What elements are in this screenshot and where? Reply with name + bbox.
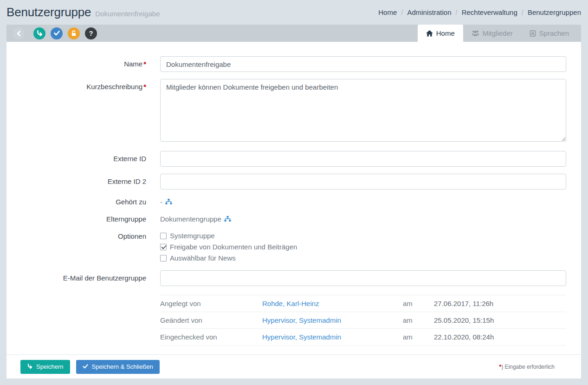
external-id-input[interactable] [160,151,566,167]
tab-sprachen[interactable]: Sprachen [521,25,577,42]
option-label[interactable]: Systemgruppe [170,232,215,240]
created-by-user-link[interactable]: Rohde, Karl-Heinz [262,300,403,307]
required-asterisk: * [143,83,146,91]
language-book-icon [530,30,536,37]
page-subtitle: Dokumentenfreigabe [95,10,160,18]
am-label: am [403,316,434,324]
sitemap-icon[interactable] [165,199,172,205]
group-form: Name* Kurzbeschreibung* Mitglieder könne… [6,42,581,354]
email-input[interactable] [160,270,566,286]
options-label: Optionen [6,232,160,262]
page-title: Benutzergruppe [6,5,91,20]
back-button[interactable] [13,27,25,39]
chevron-left-icon [17,31,21,36]
footer-bar: Speichern Speichern & Schließen *) Einga… [6,354,581,378]
save-toolbar-button[interactable] [33,27,45,39]
toolbar: ? [6,25,97,42]
content-panel: Name* Kurzbeschreibung* Mitglieder könne… [6,42,581,378]
created-date: 27.06.2017, 11:26h [434,300,566,307]
table-row-created: Angelegt von Rohde, Karl-Heinz am 27.06.… [160,295,566,312]
form-row-name: Name* [6,56,581,72]
tab-mitglieder[interactable]: Mitglieder [463,25,521,42]
save-and-close-button[interactable]: Speichern & Schließen [76,360,160,374]
option-news: Auswählbar für News [160,254,566,262]
breadcrumb-benutzergruppen[interactable]: Benutzergruppen [528,8,581,16]
save-button-label: Speichern [36,363,64,370]
am-label: am [403,333,434,341]
checkedin-by-label: Eingechecked von [160,333,262,341]
save-button[interactable]: Speichern [20,360,70,374]
breadcrumb-separator: / [455,8,457,16]
form-row-parent-group: Elterngruppe Dokumentengruppe [6,215,581,223]
breadcrumb-separator: / [401,8,403,16]
form-row-description: Kurzbeschreibung* Mitglieder können Doku… [6,79,581,144]
option-label[interactable]: Freigabe von Dokumenten und Beiträgen [170,243,297,251]
ok-toolbar-button[interactable] [51,27,63,39]
modified-by-user-link[interactable]: Hypervisor, Systemadmin [262,316,403,324]
option-freigabe: Freigabe von Dokumenten und Beiträgen [160,243,566,251]
breadcrumb: Home / Administration / Rechteverwaltung… [378,8,581,16]
form-row-external-id2: Externe ID 2 [6,174,581,189]
systemgruppe-checkbox[interactable] [160,233,167,239]
email-label: E-Mail der Benutzergruppe [6,270,160,286]
sitemap-icon[interactable] [224,216,231,222]
form-row-external-id: Externe ID [6,151,581,167]
home-icon [426,30,433,37]
tab-home[interactable]: Home [418,25,463,42]
check-icon [83,363,88,370]
table-row-modified: Geändert von Hypervisor, Systemadmin am … [160,312,566,328]
name-label: Name* [6,56,160,72]
news-checkbox[interactable] [160,255,167,261]
question-mark-icon: ? [89,30,93,37]
tab-label: Mitglieder [483,29,513,37]
created-by-label: Angelegt von [160,300,262,307]
table-row-checkedin: Eingechecked von Hypervisor, Systemadmin… [160,328,566,345]
am-label: am [403,300,434,307]
toolbar-strip: ? Home Mitglieder Sprachen [6,25,581,42]
breadcrumb-administration[interactable]: Administration [407,8,451,16]
freigabe-checkbox[interactable] [160,244,167,250]
checkout-lock-button[interactable] [68,27,80,39]
belongs-to-value: - [160,198,162,206]
checkedin-by-user-link[interactable]: Hypervisor, Systemadmin [262,333,403,341]
option-systemgruppe: Systemgruppe [160,232,566,240]
option-label[interactable]: Auswählbar für News [170,254,236,262]
external-id-label: Externe ID [6,151,160,167]
external-id2-input[interactable] [160,174,566,189]
breadcrumb-home[interactable]: Home [378,8,397,16]
breadcrumb-rechteverwaltung[interactable]: Rechteverwaltung [462,8,517,16]
parent-group-label: Elterngruppe [6,215,160,223]
modified-by-label: Geändert von [160,316,262,324]
save-arrow-icon [36,30,43,36]
page-header: Benutzergruppe Dokumentenfreigabe Home /… [0,0,588,25]
required-asterisk: * [143,60,146,68]
tab-label: Home [436,29,455,37]
name-input[interactable] [160,56,566,72]
checkedin-date: 22.10.2020, 08:24h [434,333,566,341]
belongs-to-label: Gehört zu [6,197,160,206]
parent-group-value: Dokumentengruppe [160,215,221,223]
save-and-close-button-label: Speichern & Schließen [92,363,153,370]
description-textarea[interactable]: Mitglieder können Dokumente freigeben un… [160,79,566,142]
unlock-padlock-icon [71,30,77,36]
required-note: *) Eingabe erforderlich [499,364,555,370]
form-row-options: Optionen Systemgruppe Freigabe von Dokum… [6,232,581,262]
form-row-email: E-Mail der Benutzergruppe [6,270,581,286]
meta-table: Angelegt von Rohde, Karl-Heinz am 27.06.… [160,295,566,346]
modified-date: 25.05.2020, 15:15h [434,316,566,324]
users-icon [472,30,479,36]
help-button[interactable]: ? [85,27,97,39]
breadcrumb-separator: / [522,8,523,16]
tab-label: Sprachen [539,29,569,37]
description-label: Kurzbeschreibung* [6,79,160,144]
save-arrow-icon [27,363,32,370]
tab-bar: Home Mitglieder Sprachen [418,25,581,42]
external-id2-label: Externe ID 2 [6,174,160,189]
form-row-belongs-to: Gehört zu - [6,197,581,206]
check-icon [54,31,60,36]
